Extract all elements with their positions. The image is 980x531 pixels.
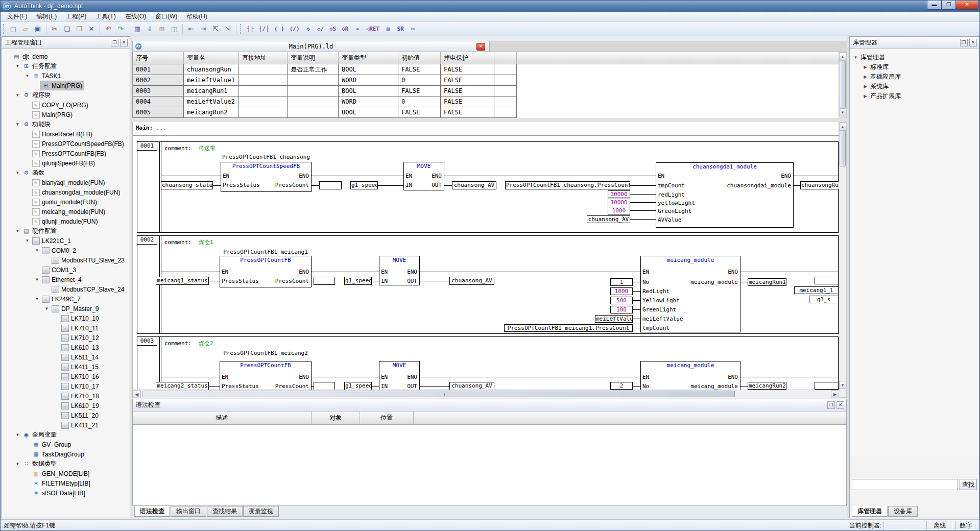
fb-block-pressoptcountfb[interactable]: PressOPTCountFB EN ENO PressStatus Press… (220, 361, 312, 392)
tree-item-LK710_16[interactable]: LK710_16 (3, 372, 129, 381)
float-panel-icon[interactable]: ❐ (960, 39, 968, 46)
save-icon[interactable]: ▣ (32, 23, 43, 35)
tree-item-ModbusTCP_Slave_24[interactable]: ModbusTCP_Slave_24 (3, 284, 129, 294)
literal-2[interactable]: 2 (610, 382, 633, 390)
tree-item-标准库[interactable]: ▶标准库 (850, 62, 978, 72)
editor-vertical-scrollbar[interactable]: ▲ ▼ (839, 122, 847, 398)
operand-chuansong-av[interactable]: chuansong_AV (449, 277, 494, 285)
operand-meileftvalue1[interactable]: meiLeftValue1 (595, 315, 633, 323)
return-icon[interactable]: ◁RET (364, 23, 382, 35)
literal-10000[interactable]: 10000 (608, 199, 630, 206)
menu-item-编辑(E)[interactable]: 编辑(E) (32, 11, 61, 22)
cell[interactable] (239, 86, 288, 96)
literal-30000[interactable]: 30000 (608, 190, 630, 198)
cell[interactable]: 是否正常工作 (288, 64, 339, 75)
expand-arrow-icon[interactable]: ▼ (14, 462, 21, 466)
tree-item-数据类型[interactable]: ▼数据类型 (3, 459, 129, 469)
scroll-up-icon[interactable]: ▲ (839, 123, 846, 131)
tree-item-LK710_18[interactable]: LK710_18 (3, 391, 129, 401)
tree-item-程序块[interactable]: ▼程序块 (3, 90, 129, 100)
output-tab-输出窗口[interactable]: 输出窗口 (171, 506, 206, 517)
tree-item-基础应用库[interactable]: ▶基础应用库 (850, 72, 978, 82)
cell[interactable]: BOOL (339, 107, 398, 118)
cell[interactable]: 0001 (133, 64, 184, 75)
maximize-button[interactable]: ❐ (941, 1, 956, 10)
cell[interactable] (288, 96, 339, 107)
tree-item-LK610_13[interactable]: LK610_13 (3, 343, 129, 352)
operand-meicangrun1[interactable]: meicangRun1 (748, 278, 786, 286)
literal-100[interactable]: 100 (610, 306, 633, 313)
operand-clipped[interactable]: meicang1_l (794, 286, 839, 294)
column-header-变量类型[interactable]: 变量类型 (339, 52, 398, 64)
tree-item-guolu_module(FUN)[interactable]: guolu_module(FUN) (3, 197, 129, 207)
expand-arrow-icon[interactable]: ▼ (14, 171, 21, 175)
cell[interactable] (239, 64, 288, 75)
download-icon[interactable]: ⇓ (144, 23, 155, 35)
cell[interactable]: meicangRun1 (184, 86, 239, 96)
fb-block-meicang-module[interactable]: meicang_module EN ENO No meicang_module (640, 361, 740, 392)
column-header-变量说明[interactable]: 变量说明 (288, 52, 339, 64)
column-header-直接地址[interactable]: 直接地址 (239, 52, 288, 64)
expand-arrow-icon[interactable]: ▼ (34, 277, 40, 282)
cell[interactable]: WORD (339, 75, 398, 86)
horizontal-splitter[interactable] (132, 118, 847, 122)
tree-item-LK610_19[interactable]: LK610_19 (3, 401, 129, 411)
coil-icon[interactable]: ( ) (272, 23, 286, 35)
operand-empty[interactable] (319, 181, 342, 189)
tree-item-函数[interactable]: ▼函数 (3, 168, 129, 178)
network-1-comment[interactable]: comment:传送带 (164, 144, 216, 152)
document-close-icon[interactable]: ✕ (476, 43, 485, 51)
negated-coil-icon[interactable]: ◇/ (315, 23, 326, 35)
tree-item-TaskDiagGroup[interactable]: TaskDiagGroup (3, 449, 129, 459)
expand-arrow-icon[interactable]: ▼ (14, 432, 21, 437)
tree-item-GEN_MODE[LIB][interactable]: GEN_MODE[LIB] (3, 469, 129, 478)
ladder-editor[interactable]: Main: ... 0001 comment:传送带 PressOPTCount… (132, 122, 839, 398)
tree-item-产品扩展库[interactable]: ▶产品扩展库 (850, 91, 978, 101)
column-header-变量名[interactable]: 变量名 (184, 52, 239, 64)
expand-arrow-icon[interactable]: ▶ (862, 84, 869, 89)
library-find-button[interactable]: 查找 (960, 479, 977, 490)
scroll-thumb[interactable] (840, 61, 846, 108)
new-file-icon[interactable]: ▢ (8, 23, 19, 35)
tree-item-PressOPTCountSpeedFB(FB)[interactable]: PressOPTCountSpeedFB(FB) (3, 139, 129, 149)
redo-icon[interactable]: ↷ (115, 23, 126, 35)
minimize-button[interactable]: ▬ (927, 1, 942, 10)
tree-item-qilunjiSpeedFB(FB)[interactable]: qilunjiSpeedFB(FB) (3, 158, 129, 168)
cell[interactable]: FALSE (398, 86, 441, 96)
expand-arrow-icon[interactable]: ▼ (43, 306, 50, 311)
scroll-right-icon[interactable]: ▶ (831, 390, 839, 398)
expand-arrow-icon[interactable]: ▼ (24, 238, 31, 243)
operand-empty[interactable] (314, 382, 335, 390)
close-panel-icon[interactable]: ✕ (969, 39, 977, 46)
insert-network-next-icon[interactable]: ⇱ (210, 23, 221, 35)
expand-arrow-icon[interactable]: ▶ (862, 75, 869, 79)
operand-chuansongrun[interactable]: chuansongRun (800, 181, 839, 189)
column-header-位置[interactable]: 位置 (360, 412, 414, 424)
sr-flipflop-icon[interactable]: SR (395, 23, 406, 35)
package-icon[interactable]: ◫ (169, 23, 180, 35)
tree-item-stSOEData[LIB][interactable]: stSOEData[LIB] (3, 488, 129, 498)
scroll-up-icon[interactable]: ▲ (839, 53, 846, 61)
move-block[interactable]: MOVE EN ENO IN OUT (379, 361, 420, 392)
cell[interactable] (288, 75, 339, 86)
operand-g1-speed[interactable]: g1_speed (350, 181, 378, 189)
cell[interactable] (239, 96, 288, 107)
insert-network-first-icon[interactable]: ⇤ (185, 23, 197, 35)
cell[interactable]: WORD (339, 96, 398, 107)
tree-item-chuansongdai_module(FUN)[interactable]: chuansongdai_module(FUN) (3, 187, 129, 197)
function-block-icon[interactable]: ▭ (407, 23, 418, 35)
cell[interactable] (239, 75, 288, 86)
operand-clipped[interactable]: g1_s (809, 296, 839, 303)
table-scrollbar[interactable]: ▲ ▼ (839, 52, 847, 118)
operand-empty[interactable] (815, 382, 839, 390)
tree-item-HorseRaceFB(FB)[interactable]: HorseRaceFB(FB) (3, 129, 129, 139)
cell[interactable]: 0 (398, 96, 441, 107)
expand-arrow-icon[interactable]: ▼ (14, 122, 21, 127)
scroll-thumb[interactable] (142, 391, 735, 397)
insert-network-last-icon[interactable]: ⇲ (222, 23, 233, 35)
paste-icon[interactable]: ❐ (74, 23, 85, 35)
operand-g1-speed[interactable]: g1_speed (344, 277, 372, 285)
network-3-number[interactable]: 0003 (137, 336, 157, 346)
menu-item-文件(F)[interactable]: 文件(F) (3, 11, 32, 22)
menu-item-在线(O)[interactable]: 在线(O) (121, 11, 151, 22)
